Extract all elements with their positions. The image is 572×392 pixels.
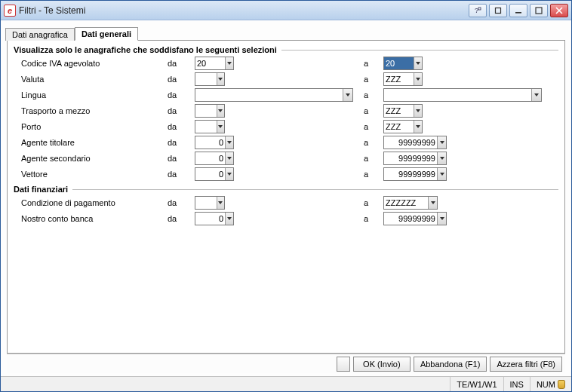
conto-banca-from[interactable] [195,212,234,225]
valuta-to[interactable] [383,72,423,86]
row-porto: Porto da a [14,119,558,134]
trasporto-to[interactable] [383,104,423,118]
section-selezioni: Visualizza solo le anagrafiche che soddi… [14,45,558,182]
chevron-down-icon[interactable] [414,73,422,85]
vettore-to-input[interactable] [384,168,437,180]
label-lingua: Lingua [14,90,165,100]
chevron-down-icon[interactable] [217,197,224,209]
valuta-to-input[interactable] [384,73,414,85]
porto-from[interactable] [195,120,225,133]
chevron-down-icon[interactable] [225,213,233,225]
status-num: NUM [530,377,571,391]
agente-sec-to[interactable] [383,152,447,165]
app-window: e Filtri - Te Sistemi ? Dati anagrafica … [0,0,572,392]
conto-banca-to-input[interactable] [384,213,437,225]
row-agente-titolare: Agente titolare da a [14,135,558,150]
ok-button[interactable]: OK (Invio) [353,357,411,372]
chevron-down-icon[interactable] [414,121,422,133]
da-label: da [165,59,195,68]
azzera-filtri-button[interactable]: Azzera filtri (F8) [490,357,562,372]
chevron-down-icon[interactable] [217,121,224,133]
porto-to-input[interactable] [384,121,414,133]
vettore-from[interactable] [195,167,234,181]
chevron-down-icon[interactable] [225,152,233,164]
button-blank[interactable] [337,357,350,372]
chevron-down-icon[interactable] [437,168,446,180]
chevron-down-icon[interactable] [437,213,446,225]
label-cond-pagamento: Condizione di pagamento [14,198,165,207]
label-valuta: Valuta [14,75,165,84]
cond-pag-to-input[interactable] [384,197,428,209]
abbandona-button[interactable]: Abbandona (F1) [414,357,487,372]
chevron-down-icon[interactable] [437,136,446,149]
codice-iva-to-input[interactable] [384,57,414,69]
section-finanziari: Dati finanziari Condizione di pagamento … [14,185,558,226]
maximize-button[interactable] [530,4,548,17]
status-path: TE/W1/W1 [450,377,503,391]
codice-iva-from-input[interactable] [195,57,225,69]
codice-iva-to[interactable] [383,57,423,70]
label-agente-secondario: Agente secondario [14,154,165,163]
minimize-icon [515,7,522,14]
agente-sec-from-input[interactable] [195,152,225,164]
conto-banca-to[interactable] [383,212,447,225]
tabstrip: Dati anagrafica Dati generali [5,25,565,40]
svg-text:?: ? [475,7,478,14]
trasporto-from[interactable] [195,104,225,118]
vettore-from-input[interactable] [195,168,225,180]
trasporto-from-input[interactable] [195,105,217,117]
trasporto-to-input[interactable] [384,105,414,117]
label-conto-banca: Nostro conto banca [14,214,165,223]
chevron-down-icon[interactable] [414,105,422,117]
row-agente-secondario: Agente secondario da a [14,151,558,166]
cond-pag-to[interactable] [383,196,438,210]
help-button[interactable]: ? [469,4,487,17]
database-icon [558,380,565,389]
tab-dati-generali[interactable]: Dati generali [75,27,138,41]
chevron-down-icon[interactable] [225,136,233,149]
porto-to[interactable] [383,120,423,133]
agente-tit-from[interactable] [195,136,234,149]
agente-sec-from[interactable] [195,152,234,165]
label-agente-titolare: Agente titolare [14,138,165,147]
chevron-down-icon[interactable] [531,89,541,101]
chevron-down-icon[interactable] [217,105,224,117]
chevron-down-icon[interactable] [225,168,233,180]
minimize-button[interactable] [509,4,527,17]
app-icon: e [4,5,16,17]
tab-panel-generali: Visualizza solo le anagrafiche che soddi… [7,40,565,354]
lingua-from-input[interactable] [195,89,343,101]
valuta-from-input[interactable] [195,73,217,85]
agente-tit-to[interactable] [383,136,447,149]
close-button[interactable] [550,4,568,17]
chevron-down-icon[interactable] [437,152,446,164]
restore-inner-button[interactable] [489,4,507,17]
agente-tit-from-input[interactable] [195,136,225,149]
lingua-to-input[interactable] [384,89,531,101]
chevron-down-icon[interactable] [225,57,233,69]
status-bar: TE/W1/W1 INS NUM [1,376,571,391]
section-selezioni-legend: Visualizza solo le anagrafiche che soddi… [14,45,277,54]
valuta-from[interactable] [195,72,225,86]
row-vettore: Vettore da a [14,167,558,182]
chevron-down-icon[interactable] [414,57,422,69]
conto-banca-from-input[interactable] [195,213,225,225]
lingua-to[interactable] [383,88,542,102]
porto-from-input[interactable] [195,121,217,133]
agente-tit-to-input[interactable] [384,136,437,149]
agente-sec-to-input[interactable] [384,152,437,164]
chevron-down-icon[interactable] [217,73,224,85]
codice-iva-from[interactable] [195,57,234,70]
close-icon [555,7,563,14]
lingua-from[interactable] [195,88,353,102]
chevron-down-icon[interactable] [343,89,352,101]
vettore-to[interactable] [383,167,447,181]
cond-pag-from-input[interactable] [195,197,217,209]
cond-pag-from[interactable] [195,196,225,210]
row-codice-iva: Codice IVA agevolato da a [14,56,558,71]
svg-rect-2 [496,8,501,13]
restore-icon [494,7,502,14]
tab-dati-anagrafica[interactable]: Dati anagrafica [5,28,75,41]
chevron-down-icon[interactable] [428,197,437,209]
window-title: Filtri - Te Sistemi [19,5,85,16]
